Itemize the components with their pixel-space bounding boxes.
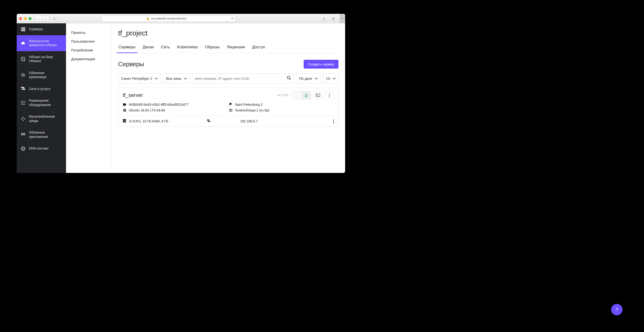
- sec-item-docs[interactable]: Документация: [66, 54, 111, 63]
- server-net-icon-cell: [207, 119, 240, 123]
- server-os: Ubuntu 18.04 LTS 64-bit: [129, 108, 165, 112]
- url-bar[interactable]: 🔒 my.selectel.ru/vpc/servers ⟳: [102, 15, 236, 22]
- tabs-button[interactable]: [330, 16, 337, 21]
- tab-network[interactable]: Сеть: [160, 42, 170, 53]
- sidebar-item-label: DNS-хостинг: [29, 146, 49, 151]
- chevron-down-icon: [334, 119, 334, 124]
- sidebar-item-vmware[interactable]: Облако на базе VMware: [17, 51, 66, 67]
- cloud-icon: [20, 41, 26, 45]
- tab-licenses[interactable]: Лицензии: [226, 42, 246, 53]
- sidebar-item-network[interactable]: Сети и услуги: [17, 83, 66, 95]
- url-text: my.selectel.ru/vpc/servers: [151, 17, 186, 20]
- apps-icon: [20, 133, 26, 137]
- create-server-button[interactable]: Создать сервер: [304, 60, 338, 69]
- sidebar-item-vpc[interactable]: Виртуальное приватное облако: [17, 35, 66, 51]
- sidebar-toggle-button[interactable]: [51, 16, 59, 21]
- chevron-down-icon: [155, 76, 158, 79]
- svg-point-9: [22, 29, 22, 29]
- svg-rect-4: [332, 17, 335, 19]
- svg-rect-26: [23, 133, 24, 134]
- cube-icon: [229, 109, 232, 112]
- svg-rect-0: [53, 17, 56, 20]
- content-area: tf_project Серверы Диски Сеть Kubernetes…: [111, 23, 345, 173]
- search-input[interactable]: [195, 76, 287, 80]
- svg-point-41: [329, 96, 330, 97]
- expand-button[interactable]: [334, 119, 334, 123]
- tab-images[interactable]: Образы: [204, 42, 220, 53]
- svg-point-43: [124, 110, 125, 111]
- more-button[interactable]: [325, 91, 334, 99]
- sidebar-item-servers[interactable]: Серверы: [17, 23, 66, 35]
- region-filter[interactable]: Санкт-Петербург 2: [118, 73, 161, 83]
- server-name[interactable]: tf_server: [123, 92, 143, 98]
- power-icon: [304, 93, 308, 97]
- tab-kubernetes[interactable]: Kubernetes: [176, 42, 198, 53]
- reload-button[interactable]: ⟳: [231, 17, 234, 20]
- sidebar-secondary: Проекты Пользователи Потребление Докумен…: [66, 23, 111, 173]
- svg-rect-29: [23, 134, 24, 135]
- svg-rect-3: [332, 18, 334, 20]
- search-box: [192, 73, 294, 83]
- network-icon: [20, 87, 26, 91]
- sidebar-item-dns[interactable]: DNS-хостинг: [17, 143, 66, 155]
- svg-rect-38: [316, 94, 320, 97]
- server-os-row: Ubuntu 18.04 LTS 64-bit: [123, 108, 228, 112]
- close-window-button[interactable]: [19, 17, 22, 20]
- datacenter-icon: [20, 101, 26, 105]
- sidebar-item-label: Серверы: [29, 27, 43, 31]
- svg-point-10: [22, 30, 22, 31]
- sidebar-item-storage[interactable]: Облачное хранилище: [17, 67, 66, 83]
- tab-access[interactable]: Доступ: [252, 42, 266, 53]
- server-specs-row: 8 vCPU, 10 ГБ RAM, 8 ГБ: [123, 119, 207, 123]
- sec-item-projects[interactable]: Проекты: [66, 28, 111, 37]
- svg-rect-21: [22, 117, 24, 118]
- sidebar-item-label: Облако на базе VMware: [29, 55, 62, 63]
- pagesize-filter[interactable]: 10: [323, 73, 338, 83]
- server-zone: Tsvetochnaya-1 (ru-3a): [235, 108, 269, 112]
- vmware-icon: [20, 57, 26, 61]
- power-on-state: [301, 91, 311, 99]
- sec-item-consumption[interactable]: Потребление: [66, 46, 111, 54]
- server-zone-row: Tsvetochnaya-1 (ru-3a): [229, 108, 334, 112]
- power-toggle[interactable]: [292, 91, 311, 99]
- network-small-icon: [207, 120, 210, 122]
- share-button[interactable]: [320, 16, 328, 21]
- tab-servers[interactable]: Серверы: [118, 42, 136, 53]
- sidebar-item-colocation[interactable]: Размещение оборудования: [17, 95, 66, 111]
- back-button[interactable]: ‹: [36, 16, 42, 21]
- sidebar-item-label: Облачные приложения: [29, 130, 62, 139]
- zone-filter[interactable]: Все зоны: [163, 73, 190, 83]
- sidebar-item-label: Виртуальное приватное облако: [29, 39, 62, 47]
- nav-buttons: ‹ ›: [35, 16, 49, 21]
- svg-rect-11: [22, 57, 25, 60]
- sidebar-item-apps[interactable]: Облачные приложения: [17, 127, 66, 143]
- forward-button[interactable]: ›: [42, 16, 49, 21]
- maximize-window-button[interactable]: [28, 17, 32, 20]
- tab-disks[interactable]: Диски: [142, 42, 154, 53]
- svg-rect-13: [21, 87, 24, 88]
- svg-rect-47: [207, 120, 209, 120]
- svg-rect-44: [123, 119, 126, 120]
- search-icon[interactable]: [287, 76, 291, 81]
- svg-rect-22: [21, 118, 22, 120]
- sec-item-users[interactable]: Пользователи: [66, 37, 111, 46]
- tabs: Серверы Диски Сеть Kubernetes Образы Лиц…: [118, 42, 338, 53]
- server-uuid-row: 9438040f-b443-43b2-8ff3-bfced3514477: [123, 103, 228, 106]
- os-icon: [123, 109, 126, 112]
- sidebar-primary: Серверы Виртуальное приватное облако Обл…: [17, 23, 66, 173]
- new-tab-button[interactable]: +: [340, 14, 345, 23]
- minimize-window-button[interactable]: [24, 17, 27, 20]
- flag-icon: [229, 103, 232, 106]
- chevron-down-icon: [314, 76, 318, 79]
- svg-point-15: [22, 87, 22, 88]
- svg-point-8: [22, 28, 22, 28]
- console-button[interactable]: [314, 91, 322, 99]
- svg-rect-48: [208, 121, 210, 122]
- status-badge: ACTIVE: [277, 94, 289, 97]
- svg-rect-27: [24, 133, 25, 134]
- sidebar-item-label: Мультиоблачная среда: [29, 115, 62, 123]
- sidebar-item-multicloud[interactable]: Мультиоблачная среда: [17, 111, 66, 127]
- sort-filter-label: По дате: [299, 76, 312, 80]
- browser-chrome: ‹ › 🔒 my.selectel.ru/vpc/servers ⟳ +: [17, 14, 345, 23]
- sort-filter[interactable]: По дате: [296, 73, 320, 83]
